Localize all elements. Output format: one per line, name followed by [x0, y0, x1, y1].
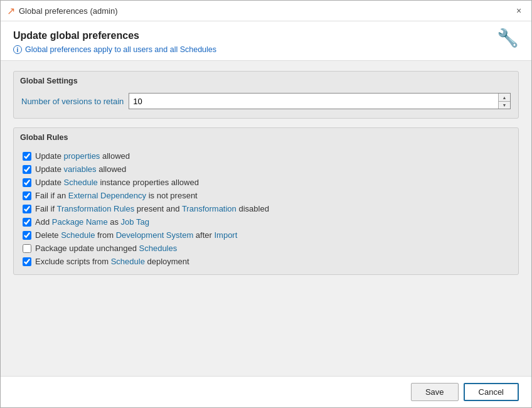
rule6-label: Add Package Name as Job Tag [35, 217, 149, 227]
info-icon: i [13, 45, 22, 54]
rule1-label: Update properties allowed [35, 151, 130, 161]
app-icon: ↗ [7, 5, 15, 17]
list-item: Update properties allowed [21, 149, 511, 163]
close-button[interactable]: × [513, 4, 525, 17]
dialog-title: Global preferences (admin) [19, 6, 118, 16]
rule2-checkbox[interactable] [23, 165, 31, 174]
global-rules-content: Update properties allowed Update variabl… [14, 144, 518, 274]
rule3-checkbox[interactable] [23, 178, 31, 187]
rule2-label: Update variables allowed [35, 164, 126, 174]
versions-spinner[interactable]: ▲ ▼ [129, 93, 511, 109]
title-bar: ↗ Global preferences (admin) × [1, 1, 531, 21]
versions-field-row: Number of versions to retain ▲ ▼ [21, 93, 511, 109]
list-item: Fail if an External Dependency is not pr… [21, 189, 511, 202]
rule7-checkbox[interactable] [23, 231, 31, 240]
list-item: Exclude scripts from Schedule deployment [21, 255, 511, 268]
dialog: ↗ Global preferences (admin) × Update gl… [0, 0, 532, 408]
save-button[interactable]: Save [411, 383, 459, 401]
versions-input[interactable] [129, 94, 498, 109]
rule9-label: Exclude scripts from Schedule deployment [35, 257, 189, 266]
list-item: Update variables allowed [21, 163, 511, 176]
spinner-buttons: ▲ ▼ [498, 94, 510, 109]
spinner-up-button[interactable]: ▲ [499, 94, 510, 101]
global-rules-label: Global Rules [14, 128, 518, 144]
list-item: Update Schedule instance properties allo… [21, 176, 511, 189]
tools-icon: 🔧 [497, 28, 519, 48]
global-settings-label: Global Settings [14, 72, 518, 88]
rule4-label: Fail if an External Dependency is not pr… [35, 191, 198, 200]
versions-label: Number of versions to retain [21, 97, 124, 106]
list-item: Package update unchanged Schedules [21, 242, 511, 255]
rule1-checkbox[interactable] [23, 152, 31, 161]
page-title: Update global preferences [13, 30, 216, 41]
rule4-checkbox[interactable] [23, 191, 31, 200]
rule3-label: Update Schedule instance properties allo… [35, 178, 199, 187]
cancel-button[interactable]: Cancel [464, 383, 519, 401]
rule5-label: Fail if Transformation Rules present and… [35, 204, 269, 213]
rule5-checkbox[interactable] [23, 205, 31, 213]
header-left: Update global preferences i Global prefe… [13, 30, 216, 54]
header-info-text: Global preferences apply to all users an… [25, 45, 216, 54]
rule8-checkbox[interactable] [23, 244, 31, 253]
header-section: Update global preferences i Global prefe… [1, 21, 531, 61]
header-info: i Global preferences apply to all users … [13, 45, 216, 54]
list-item: Delete Schedule from Development System … [21, 228, 511, 242]
spinner-down-button[interactable]: ▼ [499, 101, 510, 109]
title-bar-left: ↗ Global preferences (admin) [7, 5, 118, 17]
rule6-checkbox[interactable] [23, 218, 31, 227]
global-settings-content: Number of versions to retain ▲ ▼ [14, 88, 518, 118]
rule7-label: Delete Schedule from Development System … [35, 230, 237, 240]
global-settings-section: Global Settings Number of versions to re… [13, 71, 519, 119]
content-area: Global Settings Number of versions to re… [1, 61, 531, 376]
global-rules-section: Global Rules Update properties allowed U… [13, 127, 519, 275]
footer: Save Cancel [1, 376, 531, 407]
list-item: Add Package Name as Job Tag [21, 215, 511, 228]
rule8-label: Package update unchanged Schedules [35, 244, 177, 253]
rule9-checkbox[interactable] [23, 257, 31, 266]
list-item: Fail if Transformation Rules present and… [21, 202, 511, 215]
